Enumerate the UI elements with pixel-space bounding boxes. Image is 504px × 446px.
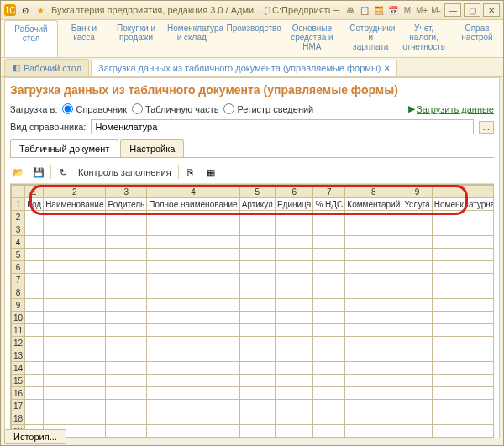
grid-cell[interactable] (345, 261, 402, 274)
grid-cell[interactable] (345, 274, 402, 286)
grid-cell[interactable] (402, 349, 433, 362)
grid-cell[interactable] (44, 337, 106, 349)
ref-kind-select-button[interactable]: ... (479, 121, 494, 134)
grid-cell[interactable] (275, 400, 313, 412)
grid-cell[interactable] (313, 425, 345, 438)
tab-desktop[interactable]: Рабочийстол (4, 20, 58, 57)
grid-cell[interactable] (239, 299, 275, 312)
grid-cell[interactable] (44, 299, 106, 312)
grid-cell[interactable] (402, 274, 433, 286)
grid-cell[interactable] (25, 223, 44, 236)
grid-cell[interactable] (147, 324, 239, 337)
grid-cell[interactable] (44, 223, 106, 236)
grid-cell[interactable] (345, 299, 402, 312)
grid-cell[interactable] (432, 236, 494, 249)
grid-cell[interactable] (402, 412, 433, 425)
grid-cell[interactable] (275, 312, 313, 324)
grid-cell[interactable] (147, 412, 239, 425)
grid-cell[interactable] (44, 375, 106, 387)
grid-cell[interactable] (313, 324, 345, 337)
grid-cell[interactable] (106, 400, 147, 412)
grid-cell[interactable] (313, 299, 345, 312)
grid-cell[interactable] (25, 261, 44, 274)
grid-cell[interactable] (313, 438, 345, 438)
grid-cell[interactable] (147, 337, 239, 349)
grid-cell[interactable] (275, 375, 313, 387)
radio-catalog[interactable]: Справочник (62, 103, 127, 114)
history-button[interactable]: История... (4, 429, 66, 444)
grid-cell[interactable] (402, 236, 433, 249)
grid-cell[interactable] (239, 324, 275, 337)
grid-cell[interactable] (44, 236, 106, 249)
grid-cell[interactable] (239, 274, 275, 286)
grid-cell[interactable] (44, 286, 106, 299)
grid-cell[interactable] (432, 425, 494, 438)
column-header[interactable]: Номенклатурная груп (432, 198, 494, 211)
grid-cell[interactable] (432, 412, 494, 425)
grid-cell[interactable] (313, 211, 345, 223)
grid-cell[interactable] (147, 261, 239, 274)
grid-cell[interactable] (25, 324, 44, 337)
grid-cell[interactable] (147, 211, 239, 223)
grid-cell[interactable] (432, 223, 494, 236)
grid-cell[interactable] (275, 425, 313, 438)
column-header[interactable]: Код (25, 198, 44, 211)
grid-cell[interactable] (345, 312, 402, 324)
grid-cell[interactable] (147, 299, 239, 312)
calendar-icon[interactable]: 📅 (387, 4, 399, 16)
grid-cell[interactable] (106, 236, 147, 249)
grid-cell[interactable] (44, 211, 106, 223)
grid-cell[interactable] (106, 211, 147, 223)
grid-cell[interactable] (313, 362, 345, 375)
grid-cell[interactable] (402, 249, 433, 261)
grid-cell[interactable] (275, 349, 313, 362)
grid-cell[interactable] (345, 438, 402, 438)
grid-cell[interactable] (402, 299, 433, 312)
tab-assets[interactable]: Основныесредства и НМА (279, 20, 344, 57)
grid-cell[interactable] (402, 324, 433, 337)
grid-cell[interactable] (345, 349, 402, 362)
grid-cell[interactable] (432, 387, 494, 400)
tab-accounting[interactable]: Учет, налоги,отчетность (396, 20, 451, 57)
grid-cell[interactable] (313, 286, 345, 299)
grid-cell[interactable] (432, 400, 494, 412)
grid-cell[interactable] (25, 274, 44, 286)
grid-cell[interactable] (432, 274, 494, 286)
grid-cell[interactable] (239, 211, 275, 223)
grid-cell[interactable] (25, 375, 44, 387)
grid-cell[interactable] (313, 274, 345, 286)
grid-cell[interactable] (25, 211, 44, 223)
grid-cell[interactable] (345, 337, 402, 349)
minimize-button[interactable]: — (444, 3, 461, 17)
grid-cell[interactable] (25, 312, 44, 324)
column-header[interactable]: % НДС (313, 198, 345, 211)
grid-cell[interactable] (275, 337, 313, 349)
grid-cell[interactable] (25, 400, 44, 412)
grid-cell[interactable] (313, 236, 345, 249)
grid-cell[interactable] (239, 438, 275, 438)
grid-cell[interactable] (345, 400, 402, 412)
tab-nomenclature[interactable]: Номенклатураи склад (162, 20, 222, 57)
grid-cell[interactable] (239, 337, 275, 349)
grid-cell[interactable] (44, 387, 106, 400)
grid-cell[interactable] (275, 223, 313, 236)
grid-cell[interactable] (275, 324, 313, 337)
grid-cell[interactable] (106, 223, 147, 236)
grid-cell[interactable] (106, 312, 147, 324)
grid-cell[interactable] (432, 349, 494, 362)
grid-cell[interactable] (106, 324, 147, 337)
grid-cell[interactable] (313, 261, 345, 274)
check-fill-button[interactable]: Контроль заполнения (75, 167, 175, 177)
tab-production[interactable]: Производство (222, 20, 280, 57)
grid-cell[interactable] (44, 412, 106, 425)
grid-cell[interactable] (345, 236, 402, 249)
grid-cell[interactable] (432, 337, 494, 349)
grid-cell[interactable] (147, 286, 239, 299)
grid-cell[interactable] (44, 349, 106, 362)
print-icon[interactable]: 🖶 (344, 4, 356, 16)
grid-cell[interactable] (345, 286, 402, 299)
close-button[interactable]: ✕ (483, 3, 500, 17)
grid-cell[interactable] (106, 249, 147, 261)
radio-register[interactable]: Регистр сведений (223, 103, 313, 114)
grid-cell[interactable] (239, 425, 275, 438)
